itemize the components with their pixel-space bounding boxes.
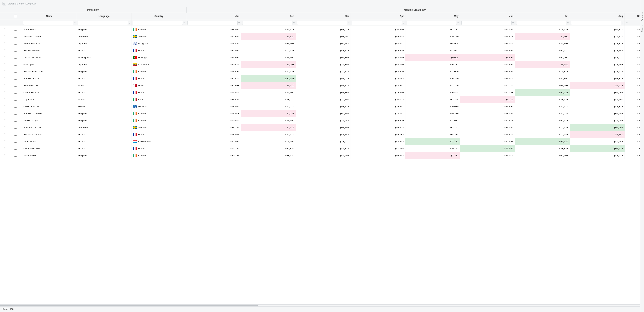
col-check-header[interactable] [9,13,22,20]
col-jul-header[interactable]: Jul [515,13,570,20]
filter-may-input[interactable] [406,20,457,25]
filter-mar[interactable]: ▽ [296,20,350,26]
row-checkbox[interactable] [14,70,17,72]
scrollbar-thumb[interactable] [0,305,258,306]
filter-language[interactable]: ▽ [76,20,132,26]
filter-name-icon[interactable]: ▽ [74,22,76,24]
drag-handle[interactable]: ⠿ [0,75,9,82]
filters-sidebar-tab[interactable]: Filters [641,25,644,32]
row-checkbox-cell[interactable] [9,61,22,68]
row-checkbox-cell[interactable] [9,33,22,40]
filter-feb-input[interactable] [242,20,292,25]
filter-mar-icon[interactable]: ▽ [348,22,350,24]
row-checkbox-cell[interactable] [9,103,22,110]
row-checkbox-cell[interactable] [9,47,22,54]
filter-jul-input[interactable] [516,20,566,25]
row-checkbox[interactable] [14,28,17,30]
row-checkbox-cell[interactable] [9,75,22,82]
filter-language-input[interactable] [78,20,128,25]
row-checkbox[interactable] [14,56,17,58]
col-country-header[interactable]: Country [132,13,186,20]
col-mar-header[interactable]: Mar [296,13,350,20]
drag-handle[interactable]: ⠿ [0,61,9,68]
drag-handle[interactable]: ⠿ [0,68,9,75]
drag-handle[interactable]: ⠿ [0,54,9,61]
col-feb-header[interactable]: Feb [241,13,296,20]
row-checkbox-cell[interactable] [9,54,22,61]
drag-handle[interactable]: ⠿ [0,124,9,131]
filter-language-icon[interactable]: ▽ [128,22,130,24]
drag-handle[interactable]: ⠿ [0,26,9,33]
row-checkbox[interactable] [14,133,17,136]
filter-name-input[interactable] [23,20,73,25]
row-checkbox[interactable] [14,112,17,114]
filter-apr-input[interactable] [352,20,402,25]
col-apr-header[interactable]: Apr [350,13,406,20]
row-checkbox[interactable] [14,119,17,122]
row-checkbox-cell[interactable] [9,82,22,89]
row-checkbox[interactable] [14,140,17,142]
filter-jun-icon[interactable]: ▽ [512,22,514,24]
row-checkbox[interactable] [14,49,17,52]
filter-may[interactable]: ▽ [406,20,460,26]
filter-country-input[interactable] [132,20,183,25]
drag-handle[interactable]: ⠿ [0,152,9,159]
row-checkbox-cell[interactable] [9,124,22,131]
col-may-header[interactable]: May [406,13,460,20]
row-checkbox-cell[interactable] [9,138,22,145]
row-checkbox[interactable] [14,126,17,128]
drag-handle[interactable]: ⠿ [0,145,9,152]
row-checkbox[interactable] [14,105,17,108]
filter-feb-icon[interactable]: ▽ [293,22,294,24]
filter-jul-icon[interactable]: ▽ [567,22,568,24]
filter-apr-icon[interactable]: ▽ [402,22,404,24]
filter-jul[interactable]: ▽ [515,20,570,26]
row-checkbox[interactable] [14,42,17,44]
drag-handle[interactable]: ⠿ [0,117,9,124]
row-checkbox-cell[interactable] [9,68,22,75]
columns-sidebar-tab[interactable]: Columns [641,12,644,22]
drag-handle[interactable]: ⠿ [0,103,9,110]
row-checkbox[interactable] [14,147,17,150]
drag-handle[interactable]: ⠿ [0,138,9,145]
row-checkbox-cell[interactable] [9,40,22,47]
horizontal-scrollbar[interactable] [0,304,644,306]
drag-handle[interactable]: ⠿ [0,131,9,138]
col-jun-header[interactable]: Jun [460,13,515,20]
drag-handle[interactable]: ⠿ [0,96,9,103]
row-checkbox-cell[interactable] [9,145,22,152]
filter-may-icon[interactable]: ▽ [457,22,459,24]
drag-handle[interactable]: ⠿ [0,47,9,54]
row-checkbox-cell[interactable] [9,152,22,159]
filter-feb[interactable]: ▽ [241,20,296,26]
col-name-header[interactable]: Name [22,13,76,20]
drag-handle[interactable]: ⠿ [0,89,9,96]
filter-jun[interactable]: ▽ [460,20,515,26]
col-aug-header[interactable]: Aug [570,13,624,20]
filter-jan-icon[interactable]: ▽ [238,22,240,24]
table-container[interactable]: Participant Monthly Breakdown Name [0,7,644,304]
row-checkbox[interactable] [14,35,17,38]
filter-aug-input[interactable] [571,20,621,25]
filter-mar-input[interactable] [297,20,347,25]
drag-handle[interactable]: ⠿ [0,33,9,40]
row-checkbox[interactable] [14,91,17,94]
row-checkbox[interactable] [14,98,17,100]
filter-aug[interactable]: ▽ [570,20,624,26]
filter-aug-icon[interactable]: ▽ [622,22,624,24]
filter-apr[interactable]: ▽ [350,20,406,26]
row-checkbox-cell[interactable] [9,96,22,103]
filter-name[interactable]: ▽ [22,20,76,26]
row-checkbox-cell[interactable] [9,89,22,96]
filter-jun-input[interactable] [462,20,512,25]
row-checkbox-cell[interactable] [9,110,22,117]
col-language-header[interactable]: Language [76,13,132,20]
drag-handle[interactable]: ⠿ [0,40,9,47]
row-checkbox-cell[interactable] [9,117,22,124]
row-checkbox-cell[interactable] [9,26,22,33]
row-checkbox[interactable] [14,84,17,86]
filter-sep-icon[interactable]: ▽ [626,22,628,24]
drag-handle[interactable]: ⠿ [0,82,9,89]
row-checkbox[interactable] [14,63,17,66]
filter-jan[interactable]: ▽ [186,20,241,26]
